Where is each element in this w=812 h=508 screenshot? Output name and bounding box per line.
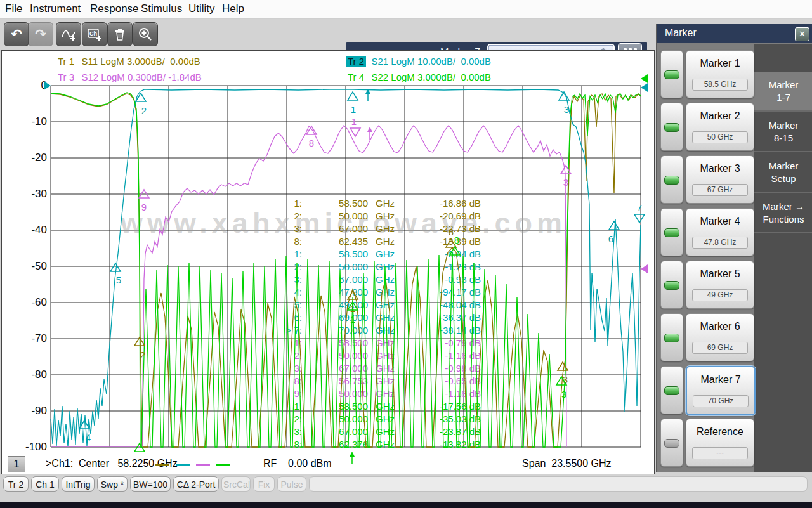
trace-legend-text: S22 LogM 3.000dB/ 0.00dB [366, 72, 491, 82]
trace-dash [176, 464, 190, 466]
tab-marker-1-7[interactable]: Marker1-7 [754, 72, 812, 112]
y-tick-label: -20 [22, 152, 47, 164]
y-tick-label: -10 [22, 115, 47, 128]
marker-2-button[interactable]: Marker 250 GHz [686, 103, 754, 151]
menu-item-stimulus[interactable]: Stimulus [141, 3, 182, 15]
led-indicator [664, 70, 679, 79]
marker-4-button[interactable]: Marker 447.8 GHz [686, 208, 754, 256]
reference-enable-toggle[interactable] [660, 419, 683, 467]
marker-4-enable-toggle[interactable] [660, 208, 683, 256]
zoom-button[interactable] [133, 22, 158, 46]
legend-item: Tr 2 S21 LogM 10.00dB/ 0.00dB [346, 56, 491, 67]
bottom-button-blank [309, 476, 808, 492]
marker-3-enable-toggle[interactable] [660, 155, 683, 204]
tab-marker-8-15[interactable]: Marker8-15 [754, 113, 812, 152]
marker-button-value: 49 GHz [692, 289, 748, 301]
trace-legend-text: S11 LogM 3.000dB/ 0.00dB [76, 56, 200, 67]
led-indicator [664, 176, 679, 185]
span-text: Span 23.5500 GHz [522, 458, 612, 469]
legend-item: Tr 1 S11 LogM 3.000dB/ 0.00dB [56, 56, 200, 67]
marker-panel-titlebar: Marker ✕ [657, 24, 812, 43]
marker-button-label: Marker 6 [686, 321, 754, 332]
undo-button[interactable]: ↶ [4, 22, 29, 46]
bottom-button-ch-1[interactable]: Ch 1 [31, 476, 59, 492]
tab-marker-setup[interactable]: MarkerSetup [754, 153, 812, 193]
bottom-button-inttrig[interactable]: IntTrig [62, 476, 95, 492]
trace-select-tr1[interactable]: Tr 1 [56, 56, 76, 67]
y-tick-label: -30 [22, 188, 47, 200]
marker-button-value: 50 GHz [692, 131, 748, 143]
y-tick-label: -100 [22, 441, 47, 453]
magnifier-plus-icon [137, 26, 154, 42]
trace-select-tr3[interactable]: Tr 3 [56, 72, 76, 82]
y-tick-label: 0 [22, 79, 47, 92]
redo-icon: ↷ [35, 27, 46, 42]
legend-item: Tr 3 S12 LogM 0.300dB/ -1.84dB [56, 72, 202, 82]
marker-1-button[interactable]: Marker 158.5 GHz [686, 50, 754, 98]
add-channel-icon: Ch [86, 26, 103, 42]
y-tick-label: -80 [22, 368, 47, 381]
bottom-button-srccal: SrcCal [221, 476, 251, 492]
marker-button-value: 70 GHz [693, 395, 749, 407]
marker-3-button[interactable]: Marker 367 GHz [686, 155, 754, 204]
reference-button[interactable]: Reference--- [686, 419, 754, 467]
led-indicator [664, 123, 679, 132]
marker-6-enable-toggle[interactable] [660, 313, 683, 361]
marker-button-value: 58.5 GHz [692, 79, 748, 91]
marker-panel-title: Marker [665, 27, 697, 39]
marker-button-label: Marker 5 [686, 268, 754, 280]
marker-2-enable-toggle[interactable] [660, 103, 683, 151]
vna-application-window: FileInstrumentResponseStimulusUtilityHel… [0, 0, 812, 508]
trace-select-tr4[interactable]: Tr 4 [346, 72, 366, 82]
add-channel-button[interactable]: Ch [82, 22, 107, 46]
marker-button-value: 69 GHz [692, 342, 748, 354]
marker-1-enable-toggle[interactable] [660, 50, 683, 98]
marker-7-enable-toggle[interactable] [660, 366, 683, 414]
status-divider [1, 455, 653, 455]
bottom-button-bw-100[interactable]: BW=100 [130, 476, 171, 492]
menu-item-help[interactable]: Help [222, 3, 244, 15]
y-tick-label: -40 [22, 224, 47, 237]
bottom-button-swp-[interactable]: Swp * [97, 476, 128, 492]
bottom-button-c-2-port[interactable]: CΔ 2-Port [173, 476, 219, 492]
led-indicator [664, 334, 679, 342]
led-indicator [664, 228, 679, 237]
marker-5-button[interactable]: Marker 549 GHz [686, 261, 754, 309]
trace-legend-text: S12 LogM 0.300dB/ -1.84dB [76, 72, 202, 82]
trace-legend-text: S21 LogM 10.00dB/ 0.00dB [366, 56, 491, 67]
delete-button[interactable] [107, 22, 133, 46]
legend-item: Tr 4 S22 LogM 3.000dB/ 0.00dB [346, 72, 491, 82]
rf-power-text: RF 0.00 dBm [263, 458, 332, 469]
svg-text:Ch: Ch [89, 30, 97, 37]
menu-item-instrument[interactable]: Instrument [30, 3, 81, 15]
trace-dash [155, 464, 169, 466]
bottom-button-tr-2[interactable]: Tr 2 [3, 476, 29, 492]
menu-bar: FileInstrumentResponseStimulusUtilityHel… [0, 0, 812, 19]
marker-button-label: Reference [686, 426, 754, 438]
bottom-button-fix: Fix [253, 476, 275, 492]
bottom-button-pulse: Pulse [277, 476, 306, 492]
menu-item-utility[interactable]: Utility [188, 3, 215, 15]
marker-button-label: Marker 4 [686, 216, 754, 227]
trace-dash [196, 464, 210, 466]
marker-7-button[interactable]: Marker 770 GHz [686, 366, 756, 415]
trash-icon [112, 27, 128, 42]
channel-badge: 1 [8, 456, 25, 472]
add-trace-button[interactable] [56, 22, 81, 46]
marker-5-enable-toggle[interactable] [660, 261, 683, 309]
bottom-status-bar: Tr 2Ch 1IntTrigSwp *BW=100CΔ 2-PortSrcCa… [0, 474, 812, 508]
marker-button-value: 47.8 GHz [692, 237, 748, 249]
redo-button[interactable]: ↷ [28, 22, 53, 46]
close-icon[interactable]: ✕ [795, 27, 809, 41]
tab-marker-functions[interactable]: Marker →Functions [754, 194, 812, 233]
menu-item-file[interactable]: File [5, 3, 22, 15]
marker-6-button[interactable]: Marker 669 GHz [686, 313, 754, 361]
marker-panel-tabs: Marker1-7Marker8-15MarkerSetupMarker →Fu… [754, 44, 812, 472]
y-tick-label: -70 [22, 332, 47, 345]
marker-button-label: Marker 7 [687, 374, 754, 386]
bottom-edge [0, 502, 812, 508]
trace-select-tr2[interactable]: Tr 2 [346, 56, 366, 67]
y-tick-label: -90 [22, 405, 47, 417]
menu-item-response[interactable]: Response [90, 3, 139, 15]
marker-button-label: Marker 2 [686, 110, 754, 122]
